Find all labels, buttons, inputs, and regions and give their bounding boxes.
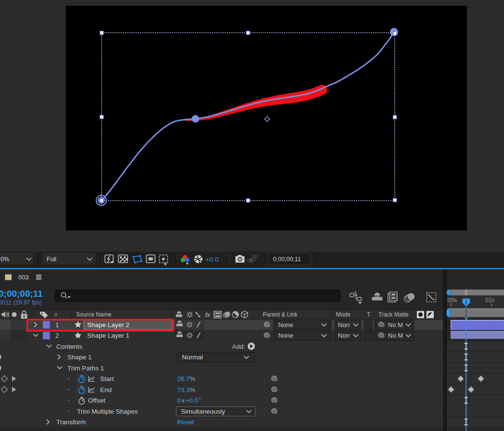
svg-text:0%: 0% [0,256,9,263]
svg-text:Shape 1: Shape 1 [67,354,91,361]
svg-text:%: % [190,375,195,382]
svg-text:73.3: 73.3 [177,386,190,393]
svg-text:1: 1 [55,321,59,329]
svg-text:Norr: Norr [338,321,350,329]
svg-text:2: 2 [55,332,59,339]
svg-text:No M: No M [388,321,403,329]
svg-text:Parent & Link: Parent & Link [263,311,298,318]
svg-text:+0.0: +0.0 [206,256,219,263]
svg-text:%: % [190,386,195,393]
svg-text:None: None [278,321,293,329]
svg-text:Offset: Offset [88,397,105,404]
svg-text:26.7: 26.7 [177,375,190,382]
svg-text:Simultaneously: Simultaneously [181,408,225,415]
svg-text:Contents: Contents [56,343,82,350]
svg-text:Normal: Normal [182,354,203,361]
svg-text:fx: fx [205,311,211,318]
svg-text:Trim Multiple Shapes: Trim Multiple Shapes [77,408,138,415]
svg-text:Shape Layer 2: Shape Layer 2 [87,321,129,329]
svg-text:Full: Full [47,256,56,263]
svg-text:Source Name: Source Name [76,311,112,318]
svg-text:0;00;00;11: 0;00;00;11 [273,256,301,263]
svg-text:01s: 01s [485,297,494,304]
svg-text:003: 003 [18,274,29,281]
svg-text:#: # [54,312,58,317]
svg-text:Trim Paths 1: Trim Paths 1 [67,365,104,372]
svg-text:0;00;00;11: 0;00;00;11 [0,289,43,299]
svg-text:Mode: Mode [336,311,350,318]
svg-text:+0.0: +0.0 [185,397,198,404]
svg-text::: : [384,322,386,327]
svg-text:No M: No M [388,332,403,339]
svg-text:End: End [100,386,112,393]
svg-text:Reset: Reset [177,418,194,426]
svg-text:Start: Start [100,375,114,382]
svg-text:None: None [278,332,293,339]
svg-text:Transform: Transform [56,418,86,426]
svg-text::: : [384,333,386,338]
svg-text:Add:: Add: [232,343,245,350]
svg-text:x: x [181,397,185,404]
svg-text:°: ° [199,397,201,402]
svg-text:T: T [367,311,371,318]
svg-text:Shape Layer 1: Shape Layer 1 [87,332,129,339]
svg-text:0011 (29.97 fps): 0011 (29.97 fps) [0,299,42,306]
svg-text:Norr: Norr [338,332,350,339]
svg-text:Track Matte: Track Matte [378,311,409,318]
svg-text:0: 0 [177,397,181,404]
